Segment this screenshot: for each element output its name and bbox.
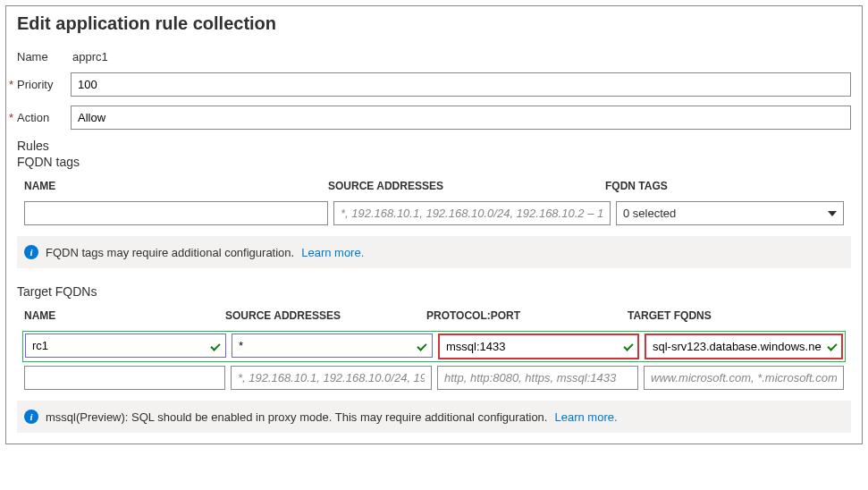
fqdn-learn-more-link[interactable]: Learn more. bbox=[301, 246, 364, 259]
check-icon bbox=[827, 342, 838, 352]
target-protocol-input-blank[interactable] bbox=[437, 366, 638, 390]
col-header-name2: NAME bbox=[24, 309, 225, 322]
mssql-learn-more-link[interactable]: Learn more. bbox=[554, 410, 617, 424]
fqdn-source-input[interactable] bbox=[333, 201, 611, 225]
fqdn-tags-section-label: FQDN tags bbox=[17, 155, 851, 169]
target-fqdn-input[interactable] bbox=[645, 334, 843, 359]
target-row-highlighted bbox=[22, 331, 846, 362]
target-fqdn-input-blank[interactable] bbox=[644, 366, 844, 390]
target-name-input-blank[interactable] bbox=[24, 366, 225, 390]
target-source-input-blank[interactable] bbox=[231, 366, 432, 390]
name-label: Name bbox=[17, 50, 71, 63]
col-header-target: TARGET FQDNS bbox=[628, 309, 844, 322]
target-fqdns-section-label: Target FQDNs bbox=[17, 284, 851, 299]
chevron-down-icon bbox=[828, 211, 837, 216]
check-icon bbox=[623, 342, 634, 352]
target-protocol-input[interactable] bbox=[438, 334, 639, 359]
page-title: Edit application rule collection bbox=[17, 13, 851, 34]
fqdn-name-input[interactable] bbox=[24, 201, 328, 225]
priority-label: Priority bbox=[17, 78, 71, 91]
target-name-input[interactable] bbox=[25, 334, 226, 358]
rules-section-label: Rules bbox=[17, 139, 851, 153]
fqdn-info-text: FQDN tags may require additional configu… bbox=[46, 246, 294, 259]
col-header-protocol: PROTOCOL:PORT bbox=[426, 309, 628, 322]
fqdn-tags-select[interactable]: 0 selected bbox=[616, 201, 844, 225]
check-icon bbox=[417, 342, 427, 352]
info-icon: i bbox=[24, 245, 38, 259]
mssql-info-bar: i mssql(Preview): SQL should be enabled … bbox=[17, 401, 851, 433]
col-header-tags: FQDN TAGS bbox=[605, 180, 844, 192]
priority-input[interactable] bbox=[71, 72, 851, 97]
target-fqdns-table: NAME SOURCE ADDRESSES PROTOCOL:PORT TARG… bbox=[17, 300, 851, 397]
check-icon bbox=[210, 342, 221, 352]
col-header-source2: SOURCE ADDRESSES bbox=[225, 309, 426, 322]
target-source-input[interactable] bbox=[232, 334, 433, 358]
fqdn-tags-table: NAME SOURCE ADDRESSES FQDN TAGS 0 select… bbox=[17, 171, 851, 232]
fqdn-tags-selected-text: 0 selected bbox=[623, 207, 676, 220]
mssql-info-text: mssql(Preview): SQL should be enabled in… bbox=[46, 410, 547, 424]
action-label: Action bbox=[17, 111, 71, 124]
col-header-source: SOURCE ADDRESSES bbox=[328, 180, 605, 192]
action-input[interactable] bbox=[71, 106, 851, 130]
col-header-name: NAME bbox=[24, 180, 328, 192]
fqdn-info-bar: i FQDN tags may require additional confi… bbox=[17, 236, 851, 268]
info-icon: i bbox=[24, 410, 38, 424]
edit-rule-panel: Edit application rule collection Name ap… bbox=[5, 5, 863, 444]
name-value: apprc1 bbox=[71, 50, 108, 63]
